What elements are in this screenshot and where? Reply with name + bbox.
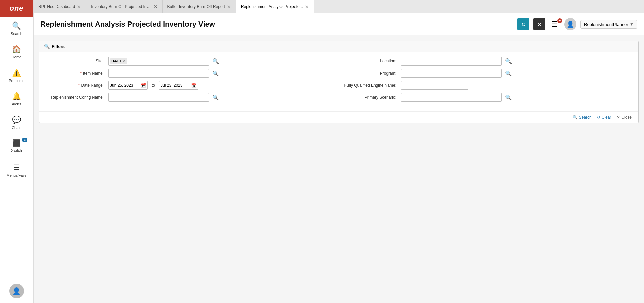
program-label: Program: [339, 71, 399, 76]
star-icon: ★ [558, 19, 561, 23]
tab-buffer-inv-close[interactable]: ✕ [227, 4, 231, 9]
replenishment-search-icon[interactable]: 🔍 [212, 94, 219, 101]
content-area: 🔍 Filters Site: H4-F1 ✕ 🔍 [34, 35, 644, 303]
sidebar-item-problems[interactable]: ⚠️ Problems [0, 64, 33, 87]
filter-col-location: Location: 🔍 [339, 57, 632, 66]
search-link[interactable]: 🔍 Search [573, 115, 592, 120]
close-button[interactable]: ✕ [533, 18, 545, 30]
sidebar-item-switch[interactable]: ⬛ ≡ Switch [0, 134, 33, 157]
fqe-label: Fully Qualified Engine Name: [339, 83, 399, 88]
avatar-icon: 👤 [567, 20, 574, 28]
clear-link[interactable]: ↺ Clear [597, 115, 611, 120]
filters-body: Site: H4-F1 ✕ 🔍 Location: [39, 52, 638, 110]
app-logo[interactable]: one [0, 0, 33, 17]
site-search-icon[interactable]: 🔍 [212, 58, 219, 64]
item-name-label: Item Name: [46, 71, 106, 76]
close-link-label: Close [621, 115, 632, 120]
location-input[interactable] [403, 59, 500, 63]
sidebar-item-chats-label: Chats [12, 126, 21, 130]
item-search-icon[interactable]: 🔍 [212, 70, 219, 77]
replenishment-input-wrap[interactable] [108, 93, 209, 102]
page-header: Replenishment Analysis Projected Invento… [34, 13, 644, 35]
refresh-button[interactable]: ↻ [517, 18, 529, 30]
chat-icon: 💬 [12, 116, 21, 124]
program-input[interactable] [403, 71, 500, 76]
sidebar-item-switch-label: Switch [11, 148, 22, 153]
user-avatar-header[interactable]: 👤 [564, 18, 576, 30]
menu-button[interactable]: ☰ ★ [549, 20, 560, 29]
switch-badge-icon: ≡ [24, 138, 26, 142]
main-content: RPL Neo Dashboard ✕ Inventory Burn-Off P… [34, 0, 644, 303]
close-link[interactable]: ✕ Close [616, 115, 632, 120]
user-name: ReplenishmentPlanner [584, 22, 628, 27]
date-separator: to [152, 83, 155, 88]
search-link-label: Search [579, 115, 592, 120]
switch-icon: ⬛ [12, 139, 21, 147]
site-label: Site: [46, 59, 106, 63]
tab-inv-burn-close[interactable]: ✕ [154, 4, 158, 9]
sidebar-item-home[interactable]: 🏠 Home [0, 40, 33, 64]
clear-link-label: Clear [602, 115, 611, 120]
tab-inv-burn[interactable]: Inventory Burn-Off Projected Inv... ✕ [86, 0, 162, 13]
sidebar-item-chats[interactable]: 💬 Chats [0, 111, 33, 134]
scenario-search-icon[interactable]: 🔍 [505, 94, 512, 101]
filter-col-site: Site: H4-F1 ✕ 🔍 [46, 57, 339, 66]
filter-row-date-fqe: Date Range: 📅 to 📅 Fully Qualified Engin… [46, 81, 632, 90]
tab-rpl-neo[interactable]: RPL Neo Dashboard ✕ [34, 0, 86, 13]
scenario-input-wrap[interactable] [401, 93, 502, 102]
filter-col-program: Program: 🔍 [339, 69, 632, 78]
replenishment-input[interactable] [110, 95, 207, 100]
filter-search-icon: 🔍 [44, 44, 50, 49]
filters-panel: 🔍 Filters Site: H4-F1 ✕ 🔍 [39, 41, 639, 123]
clear-link-icon: ↺ [597, 115, 600, 120]
tab-buffer-inv[interactable]: Buffer Inventory Burn-Off Report ✕ [163, 0, 236, 13]
tab-rpl-neo-close[interactable]: ✕ [77, 4, 81, 9]
date-from-wrap[interactable]: 📅 [108, 81, 148, 90]
filters-label: Filters [52, 44, 65, 49]
tab-replenishment-close[interactable]: ✕ [305, 4, 309, 9]
user-dropdown[interactable]: ReplenishmentPlanner ▼ [580, 20, 637, 29]
sidebar-item-menus-favs-label: Menus/Favs [7, 173, 27, 177]
item-input-wrap[interactable] [108, 69, 209, 78]
filter-col-date: Date Range: 📅 to 📅 [46, 81, 339, 90]
fqe-input[interactable] [403, 83, 467, 88]
calendar-to-icon[interactable]: 📅 [191, 83, 197, 88]
location-label: Location: [339, 59, 399, 63]
bell-icon: 🔔 [12, 92, 21, 101]
date-from-input[interactable] [110, 83, 140, 88]
date-range-label: Date Range: [46, 83, 106, 88]
user-avatar[interactable]: 👤 [9, 284, 24, 298]
filter-row-item-program: Item Name: 🔍 Program: 🔍 [46, 69, 632, 78]
home-icon: 🏠 [12, 45, 21, 54]
page-title: Replenishment Analysis Projected Invento… [40, 20, 513, 29]
switch-badge: ≡ [22, 138, 27, 142]
replenishment-label: Replenishment Config Name: [46, 95, 106, 100]
filter-row-site-location: Site: H4-F1 ✕ 🔍 Location: [46, 57, 632, 66]
date-to-input[interactable] [161, 83, 191, 88]
tab-inv-burn-label: Inventory Burn-Off Projected Inv... [91, 4, 151, 9]
fqe-input-wrap[interactable] [401, 81, 468, 90]
sidebar-item-menus-favs[interactable]: ☰ Menus/Favs [0, 159, 33, 182]
site-tag: H4-F1 ✕ [110, 58, 127, 64]
date-to-wrap[interactable]: 📅 [159, 81, 198, 90]
location-search-icon[interactable]: 🔍 [505, 58, 512, 64]
site-tag-remove[interactable]: ✕ [123, 59, 126, 63]
calendar-from-icon[interactable]: 📅 [140, 83, 146, 88]
scenario-input[interactable] [403, 95, 500, 100]
location-input-wrap[interactable] [401, 57, 502, 66]
program-input-wrap[interactable] [401, 69, 502, 78]
sidebar-item-alerts[interactable]: 🔔 Alerts [0, 87, 33, 111]
search-icon: 🔍 [12, 21, 21, 30]
item-name-input[interactable] [110, 71, 207, 76]
logo-text: one [9, 4, 23, 13]
tab-replenishment[interactable]: Replenishment Analysis Projecte... ✕ [236, 0, 314, 13]
close-link-icon: ✕ [616, 115, 620, 120]
sidebar-item-home-label: Home [12, 55, 21, 59]
program-search-icon[interactable]: 🔍 [505, 70, 512, 77]
tab-bar: RPL Neo Dashboard ✕ Inventory Burn-Off P… [34, 0, 644, 13]
site-tag-value: H4-F1 [111, 59, 122, 63]
header-menu-area: ☰ ★ [549, 20, 560, 29]
site-input-wrap[interactable]: H4-F1 ✕ [108, 57, 209, 66]
sidebar-item-search-label: Search [11, 32, 22, 36]
sidebar-item-search[interactable]: 🔍 Search [0, 17, 33, 40]
